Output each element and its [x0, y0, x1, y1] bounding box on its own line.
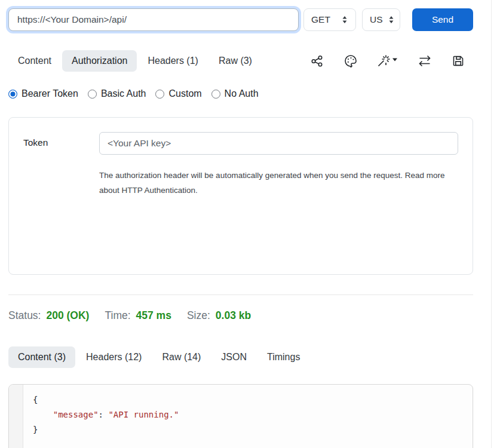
region-select-value: US: [370, 14, 383, 25]
send-button[interactable]: Send: [412, 8, 473, 31]
token-label: Token: [23, 132, 99, 148]
size-stat: Size: 0.03 kb: [187, 309, 251, 322]
request-bar: GET US Send: [8, 8, 473, 31]
code-line: "message": "API running.": [33, 407, 463, 422]
status-stat: Status: 200 (OK): [8, 309, 89, 322]
token-row: Token: [23, 132, 458, 155]
stepper-icon: [388, 16, 395, 24]
tab-response-content[interactable]: Content (3): [8, 346, 75, 368]
method-select-value: GET: [311, 14, 330, 25]
auth-type-options: Bearer Token Basic Auth Custom No Auth: [8, 88, 473, 99]
share-icon[interactable]: [309, 53, 325, 69]
radio-label: Bearer Token: [22, 88, 78, 99]
radio-button-icon: [88, 90, 97, 99]
radio-label: Basic Auth: [101, 88, 146, 99]
radio-label: No Auth: [225, 88, 259, 99]
request-tabs: Content Authorization Headers (1) Raw (3…: [8, 50, 262, 72]
size-label: Size:: [187, 309, 210, 322]
radio-button-icon: [8, 90, 17, 99]
request-tabs-row: Content Authorization Headers (1) Raw (3…: [8, 49, 473, 73]
response-summary: Status: 200 (OK) Time: 457 ms Size: 0.03…: [8, 309, 473, 322]
json-value: "API running.": [108, 410, 179, 419]
stepper-icon: [341, 16, 348, 24]
region-select[interactable]: US: [362, 8, 400, 31]
code-line: }: [33, 422, 463, 437]
time-stat: Time: 457 ms: [105, 309, 171, 322]
radio-button-icon: [155, 90, 164, 99]
radio-button-icon: [211, 90, 220, 99]
tab-raw[interactable]: Raw (3): [209, 50, 262, 72]
save-icon[interactable]: [450, 53, 466, 69]
tab-authorization[interactable]: Authorization: [62, 50, 137, 72]
code-gutter: [9, 385, 23, 448]
json-key: "message": [53, 410, 99, 419]
method-select[interactable]: GET: [303, 8, 356, 31]
radio-bearer-token[interactable]: Bearer Token: [8, 88, 78, 99]
auth-panel: Token The authorization header will be a…: [8, 117, 473, 275]
tab-response-json[interactable]: JSON: [211, 346, 256, 368]
tab-response-headers[interactable]: Headers (12): [76, 346, 151, 368]
code-line: {: [33, 392, 463, 407]
radio-label: Custom: [168, 88, 201, 99]
response-tabs: Content (3) Headers (12) Raw (14) JSON T…: [8, 345, 473, 370]
token-helper-text: The authorization header will be automat…: [99, 168, 452, 198]
response-body-card: { "message": "API running." }: [8, 384, 473, 448]
page-edge-divider: [491, 0, 492, 448]
toolbar: [309, 53, 473, 69]
magic-wand-dropdown-icon[interactable]: [376, 53, 399, 69]
tab-headers[interactable]: Headers (1): [138, 50, 207, 72]
tab-response-raw[interactable]: Raw (14): [152, 346, 210, 368]
divider: [8, 294, 473, 295]
status-value: 200 (OK): [46, 309, 89, 322]
radio-no-auth[interactable]: No Auth: [211, 88, 259, 99]
radio-basic-auth[interactable]: Basic Auth: [88, 88, 146, 99]
tab-response-timings[interactable]: Timings: [257, 346, 309, 368]
response-json-body: { "message": "API running." }: [23, 385, 473, 448]
time-value: 457 ms: [136, 309, 171, 322]
time-label: Time:: [105, 309, 130, 322]
token-input[interactable]: [99, 132, 458, 155]
radio-custom[interactable]: Custom: [155, 88, 201, 99]
palette-icon[interactable]: [343, 53, 358, 69]
status-label: Status:: [8, 309, 41, 322]
url-input[interactable]: [8, 8, 299, 31]
tab-content[interactable]: Content: [8, 50, 61, 72]
swap-arrows-icon[interactable]: [417, 53, 432, 69]
size-value: 0.03 kb: [216, 309, 251, 322]
api-tester-page: GET US Send Content Authorization Header…: [0, 0, 481, 448]
